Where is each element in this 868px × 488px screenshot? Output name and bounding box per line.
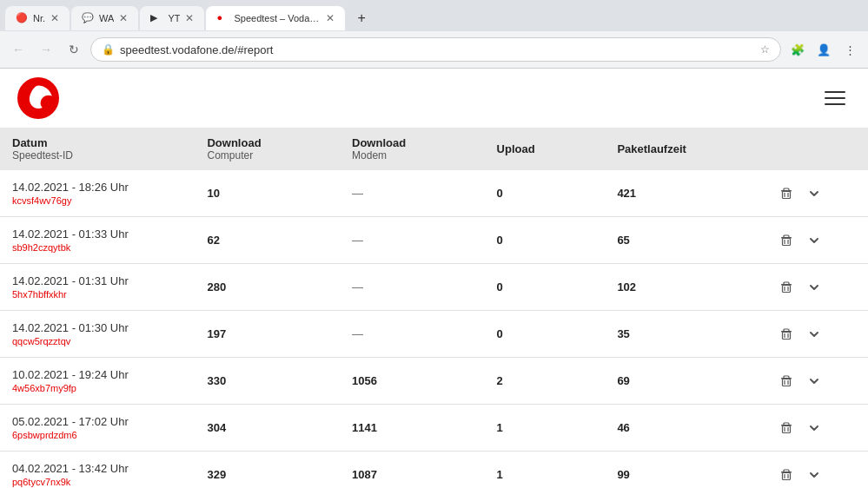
dl-modem-cell: 1087 [340, 452, 485, 489]
row-actions [774, 416, 856, 440]
browser-chrome: 🔴 Nr. ✕ 💬 WA ✕ ▶ YT ✕ ● Speedtest – Voda… [0, 0, 868, 69]
tab-label-1: Nr. [33, 13, 45, 23]
expand-button[interactable] [802, 416, 826, 440]
expand-button[interactable] [802, 369, 826, 393]
row-actions [774, 463, 856, 487]
delete-button[interactable] [774, 369, 798, 393]
new-tab-icon: + [357, 10, 365, 26]
paket-cell: 46 [605, 405, 761, 452]
hamburger-button[interactable] [819, 82, 851, 114]
dl-modem-cell: — [340, 311, 485, 358]
table-row: 05.02.2021 - 17:02 Uhr 6psbwprdzdm6 3041… [0, 405, 868, 452]
actions-cell [762, 358, 868, 405]
dl-modem-cell: — [340, 170, 485, 217]
star-icon: ☆ [760, 43, 770, 56]
actions-cell [762, 170, 868, 217]
browser-tab-2[interactable]: 💬 WA ✕ [71, 6, 138, 30]
delete-button[interactable] [774, 181, 798, 206]
dl-computer-cell: 62 [195, 217, 340, 264]
dl-modem-cell: 1056 [340, 358, 485, 405]
page-content: Datum Speedtest-ID Download Computer Dow… [0, 69, 868, 488]
delete-button[interactable] [774, 275, 798, 300]
browser-tab-active[interactable]: ● Speedtest – Vodafone ✕ [206, 6, 345, 30]
upload-cell: 0 [485, 264, 606, 311]
date-main: 05.02.2021 - 17:02 Uhr [12, 415, 182, 428]
dl-modem-cell: 1141 [340, 405, 485, 452]
actions-cell [762, 452, 868, 489]
account-icon[interactable]: 👤 [812, 38, 835, 61]
reload-button[interactable]: ↻ [63, 38, 85, 61]
table-row: 14.02.2021 - 01:33 Uhr sb9h2czqytbk 62—0… [0, 217, 868, 264]
paket-cell: 69 [605, 358, 761, 405]
expand-button[interactable] [802, 275, 826, 300]
upload-cell: 1 [485, 405, 606, 452]
expand-button[interactable] [802, 322, 826, 346]
delete-button[interactable] [774, 463, 798, 487]
dl-modem-cell: — [340, 217, 485, 264]
test-id: 5hx7hbffxkhr [12, 289, 182, 300]
extensions-icon[interactable]: 🧩 [786, 38, 809, 61]
row-actions [774, 181, 856, 206]
col-header-upload: Upload [485, 128, 606, 170]
row-actions [774, 275, 856, 300]
tab-close-3[interactable]: ✕ [185, 12, 194, 24]
vodafone-header [0, 69, 868, 128]
dl-modem-cell: — [340, 264, 485, 311]
address-bar[interactable]: 🔒 ☆ [90, 37, 781, 62]
svg-rect-26 [782, 472, 790, 479]
tab-favicon-3: ▶ [150, 12, 162, 24]
delete-button[interactable] [774, 322, 798, 346]
menu-icon[interactable]: ⋮ [838, 38, 861, 61]
test-id: kcvsf4wv76gy [12, 195, 182, 206]
browser-tabs: 🔴 Nr. ✕ 💬 WA ✕ ▶ YT ✕ ● Speedtest – Voda… [0, 0, 868, 31]
table-body: 14.02.2021 - 18:26 Uhr kcvsf4wv76gy 10—0… [0, 170, 868, 488]
tab-close-active[interactable]: ✕ [326, 12, 335, 24]
table-header: Datum Speedtest-ID Download Computer Dow… [0, 128, 868, 170]
paket-cell: 65 [605, 217, 761, 264]
tab-favicon-2: 💬 [82, 12, 94, 24]
actions-cell [762, 405, 868, 452]
expand-button[interactable] [802, 463, 826, 487]
date-cell: 10.02.2021 - 19:24 Uhr 4w56xb7my9fp [0, 358, 195, 405]
date-cell: 14.02.2021 - 18:26 Uhr kcvsf4wv76gy [0, 170, 195, 217]
url-input[interactable] [120, 43, 755, 56]
actions-cell [762, 217, 868, 264]
tab-label-2: WA [99, 13, 114, 23]
forward-button[interactable]: → [35, 38, 57, 61]
table-row: 14.02.2021 - 01:31 Uhr 5hx7hbffxkhr 280—… [0, 264, 868, 311]
col-header-paket: Paketlaufzeit [605, 128, 761, 170]
vodafone-logo [17, 77, 59, 119]
svg-rect-2 [782, 191, 790, 198]
date-cell: 14.02.2021 - 01:31 Uhr 5hx7hbffxkhr [0, 264, 195, 311]
date-cell: 04.02.2021 - 13:42 Uhr pq6tycv7nx9k [0, 452, 195, 489]
back-button[interactable]: ← [7, 38, 30, 61]
date-main: 14.02.2021 - 18:26 Uhr [12, 181, 182, 194]
dl-computer-cell: 304 [195, 405, 340, 452]
delete-button[interactable] [774, 228, 798, 253]
test-id: qqcw5rqzztqv [12, 336, 182, 346]
hamburger-line-3 [825, 103, 845, 105]
browser-tab-3[interactable]: ▶ YT ✕ [140, 6, 204, 30]
table-row: 14.02.2021 - 18:26 Uhr kcvsf4wv76gy 10—0… [0, 170, 868, 217]
expand-button[interactable] [802, 228, 826, 253]
tab-close-1[interactable]: ✕ [50, 12, 59, 24]
actions-cell [762, 264, 868, 311]
table-row: 10.02.2021 - 19:24 Uhr 4w56xb7my9fp 3301… [0, 358, 868, 405]
upload-cell: 2 [485, 358, 606, 405]
expand-button[interactable] [802, 181, 826, 206]
browser-tab-1[interactable]: 🔴 Nr. ✕ [5, 6, 70, 30]
col-header-actions [762, 128, 868, 170]
svg-rect-6 [782, 238, 790, 245]
paket-cell: 102 [605, 264, 761, 311]
delete-button[interactable] [774, 416, 798, 440]
dl-computer-cell: 10 [195, 170, 340, 217]
tab-close-2[interactable]: ✕ [119, 12, 128, 24]
date-main: 14.02.2021 - 01:31 Uhr [12, 274, 182, 287]
upload-cell: 0 [485, 311, 606, 358]
hamburger-line-1 [825, 91, 845, 93]
col-header-datum: Datum Speedtest-ID [0, 128, 195, 170]
browser-tab-newtab[interactable]: + [347, 6, 373, 30]
row-actions [774, 322, 856, 346]
col-header-dl-computer: Download Computer [195, 128, 340, 170]
svg-rect-14 [782, 332, 790, 339]
